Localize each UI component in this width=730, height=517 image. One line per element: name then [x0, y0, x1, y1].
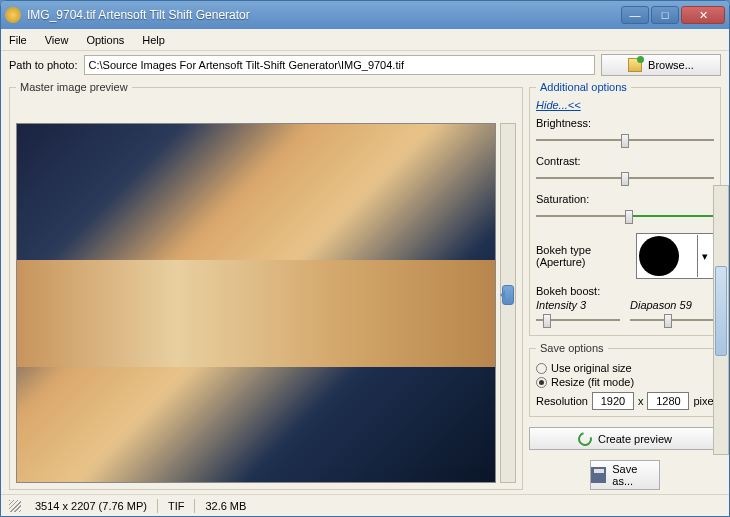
app-icon	[5, 7, 21, 23]
menu-view[interactable]: View	[45, 34, 69, 46]
floppy-icon	[591, 467, 606, 483]
create-preview-label: Create preview	[598, 433, 672, 445]
right-scroll-thumb[interactable]	[715, 266, 727, 356]
intensity-label: Intensity 3	[536, 299, 586, 311]
browse-label: Browse...	[648, 59, 694, 71]
contrast-slider[interactable]	[536, 169, 714, 187]
grip-icon	[9, 500, 21, 512]
path-row: Path to photo: Browse...	[1, 51, 729, 79]
radio-original-label: Use original size	[551, 362, 632, 374]
status-dimensions: 3514 x 2207 (7.76 MP)	[35, 500, 147, 512]
save-options-legend: Save options	[536, 342, 608, 354]
save-options-fieldset: Save options Use original size Resize (f…	[529, 342, 729, 417]
height-input[interactable]	[647, 392, 689, 410]
window-title: IMG_9704.tif Artensoft Tilt Shift Genera…	[27, 8, 621, 22]
save-as-button[interactable]: Save as...	[590, 460, 660, 490]
browse-button[interactable]: Browse...	[601, 54, 721, 76]
menu-file[interactable]: File	[9, 34, 27, 46]
preview-legend: Master image preview	[16, 81, 132, 93]
chevron-down-icon[interactable]: ▾	[697, 235, 711, 277]
path-input[interactable]	[84, 55, 596, 75]
bokeh-type-select[interactable]: ▾	[636, 233, 714, 279]
saturation-slider[interactable]	[536, 207, 714, 225]
x-label: x	[638, 395, 644, 407]
brightness-label: Brightness:	[536, 117, 714, 129]
bokeh-circle-icon	[639, 236, 679, 276]
menu-help[interactable]: Help	[142, 34, 165, 46]
create-preview-button[interactable]: Create preview	[529, 427, 721, 450]
hide-link[interactable]: Hide...<<	[536, 99, 581, 111]
radio-original-size[interactable]: Use original size	[536, 362, 722, 374]
preview-scroll-thumb[interactable]	[502, 285, 514, 305]
path-label: Path to photo:	[9, 59, 78, 71]
maximize-button[interactable]: □	[651, 6, 679, 24]
status-format: TIF	[168, 500, 185, 512]
menubar: File View Options Help	[1, 29, 729, 51]
radio-icon	[536, 377, 547, 388]
folder-icon	[628, 58, 642, 72]
resolution-label: Resolution	[536, 395, 588, 407]
radio-resize[interactable]: Resize (fit mode)	[536, 376, 722, 388]
statusbar: 3514 x 2207 (7.76 MP) TIF 32.6 MB	[1, 494, 729, 516]
intensity-slider[interactable]	[536, 311, 620, 329]
preview-fieldset: Master image preview	[9, 81, 523, 490]
preview-scrollbar[interactable]	[500, 123, 516, 483]
close-button[interactable]: ✕	[681, 6, 725, 24]
minimize-button[interactable]: —	[621, 6, 649, 24]
refresh-icon	[575, 429, 594, 448]
titlebar: IMG_9704.tif Artensoft Tilt Shift Genera…	[1, 1, 729, 29]
additional-options-fieldset: Additional options Hide...<< Brightness:…	[529, 81, 721, 336]
right-scrollbar[interactable]	[713, 185, 729, 455]
bokeh-boost-label: Bokeh boost:	[536, 285, 714, 297]
brightness-slider[interactable]	[536, 131, 714, 149]
saturation-label: Saturation:	[536, 193, 714, 205]
preview-image	[16, 123, 496, 483]
diapason-label: Diapason 59	[630, 299, 692, 311]
status-filesize: 32.6 MB	[205, 500, 246, 512]
diapason-slider[interactable]	[630, 311, 714, 329]
radio-icon	[536, 363, 547, 374]
width-input[interactable]	[592, 392, 634, 410]
radio-resize-label: Resize (fit mode)	[551, 376, 634, 388]
bokeh-type-label: Bokeh type (Aperture)	[536, 244, 630, 268]
contrast-label: Contrast:	[536, 155, 714, 167]
menu-options[interactable]: Options	[86, 34, 124, 46]
additional-options-legend: Additional options	[536, 81, 631, 93]
save-as-label: Save as...	[612, 463, 659, 487]
